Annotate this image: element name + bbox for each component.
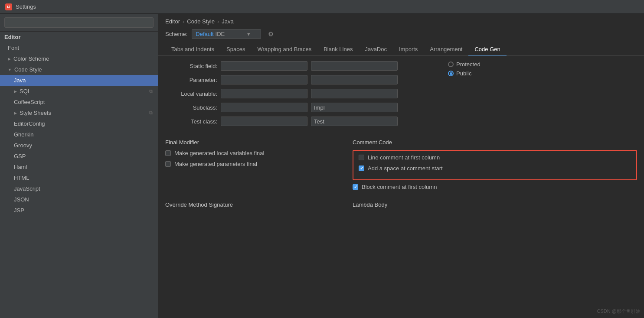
- form-row-static-field: Static field:: [165, 61, 434, 71]
- editorconfig-label: EditorConfig: [14, 120, 45, 127]
- local-variable-label: Local variable:: [165, 91, 217, 97]
- lambda-section: Lambda Body: [353, 201, 637, 212]
- tab-tabs-codegen[interactable]: Code Gen: [468, 43, 506, 56]
- radio-protected-label: Protected: [456, 61, 481, 68]
- checkbox-make-params-final[interactable]: Make generated parameters final: [165, 161, 339, 167]
- chevron-right-icon: ▶: [8, 57, 11, 61]
- final-modifier-title: Final Modifier: [165, 139, 339, 146]
- tab-tabs-arrangement[interactable]: Arrangement: [424, 43, 468, 56]
- form-row-local-variable: Local variable:: [165, 89, 434, 98]
- static-field-input2[interactable]: [311, 61, 398, 71]
- sidebar-item-json[interactable]: JSON: [0, 194, 158, 205]
- radio-public-label: Public: [456, 70, 471, 77]
- tab-tabs-javadoc[interactable]: JavaDoc: [359, 43, 393, 56]
- scheme-select-dropdown[interactable]: Default IDE ▾: [192, 29, 261, 39]
- main-container: Editor Font ▶ Color Scheme ▼ Code Style …: [0, 14, 644, 318]
- dropdown-arrow-icon: ▾: [247, 31, 250, 37]
- search-input[interactable]: [4, 17, 154, 28]
- checkbox-block-comment-first-col[interactable]: ✓ Block comment at first column: [353, 184, 637, 190]
- radio-public[interactable]: Public: [448, 70, 637, 77]
- local-variable-input1[interactable]: [221, 89, 307, 98]
- tab-tabs-indents[interactable]: Tabs and Indents: [165, 43, 220, 56]
- sidebar-item-coffeescript[interactable]: CoffeeScript: [0, 97, 158, 107]
- sidebar-item-code-style[interactable]: ▼ Code Style: [0, 64, 158, 75]
- checkbox-line-comment-first-col[interactable]: Line comment at first column: [359, 154, 631, 161]
- form-row-subclass: Subclass: Impl: [165, 103, 434, 112]
- test-class-input2[interactable]: Test: [311, 117, 398, 126]
- color-scheme-label: Color Scheme: [13, 55, 49, 62]
- tabs-bar: Tabs and Indents Spaces Wrapping and Bra…: [158, 43, 644, 56]
- checkbox-line-comment-label: Line comment at first column: [368, 154, 440, 161]
- radio-dot-public: [450, 72, 452, 75]
- scheme-label: Scheme:: [165, 31, 187, 37]
- parameter-input2[interactable]: [311, 75, 398, 84]
- sidebar-list: Editor Font ▶ Color Scheme ▼ Code Style …: [0, 32, 158, 318]
- sql-label: SQL: [20, 88, 31, 94]
- sidebar-item-sql[interactable]: ▶ SQL ⧉: [0, 86, 158, 97]
- sidebar-item-java[interactable]: Java: [0, 75, 158, 86]
- sidebar-item-editor[interactable]: Editor: [0, 32, 158, 42]
- app-icon: IJ: [5, 3, 12, 10]
- sidebar-item-editorconfig[interactable]: EditorConfig: [0, 118, 158, 129]
- scheme-value-rest: IDE: [216, 31, 225, 37]
- checkbox-make-local-final-label: Make generated local variables final: [174, 150, 264, 156]
- checkbox-box-add-space: ✓: [359, 165, 364, 171]
- visibility-radio-group: Protected Public: [448, 61, 637, 77]
- content-area: Editor › Code Style › Java Scheme: Defau…: [158, 14, 644, 318]
- subclass-input1[interactable]: [221, 103, 307, 112]
- local-variable-input2[interactable]: [311, 89, 398, 98]
- sidebar-item-haml[interactable]: Haml: [0, 162, 158, 172]
- override-method-title: Override Method Signature: [165, 201, 339, 208]
- checkbox-box-make-local-final: [165, 150, 171, 156]
- sidebar-item-gsp[interactable]: GSP: [0, 151, 158, 162]
- checkbox-add-space-comment-start[interactable]: ✓ Add a space at comment start: [359, 165, 631, 172]
- groovy-label: Groovy: [14, 142, 32, 149]
- haml-label: Haml: [14, 164, 27, 170]
- scheme-value-blue: Default: [196, 31, 213, 37]
- sidebar-item-stylesheets[interactable]: ▶ Style Sheets ⧉: [0, 107, 158, 118]
- radio-protected[interactable]: Protected: [448, 61, 637, 68]
- tab-tabs-wrapping[interactable]: Wrapping and Braces: [251, 43, 317, 56]
- radio-circle-protected: [448, 62, 454, 67]
- app-title: Settings: [16, 3, 36, 10]
- chevron-right-icon-ss: ▶: [14, 111, 17, 115]
- sidebar-item-html[interactable]: HTML: [0, 172, 158, 183]
- watermark: CSDN @那个鱼肝油: [597, 308, 641, 315]
- sidebar-item-jsp[interactable]: JSP: [0, 205, 158, 216]
- copy-icon-ss: ⧉: [149, 110, 153, 116]
- font-label: Font: [8, 45, 19, 51]
- java-label: Java: [14, 77, 26, 84]
- breadcrumb-arrow-2: ›: [217, 18, 219, 25]
- tab-tabs-spaces[interactable]: Spaces: [220, 43, 251, 56]
- gsp-label: GSP: [14, 153, 26, 159]
- sidebar-item-color-scheme[interactable]: ▶ Color Scheme: [0, 53, 158, 64]
- checkbox-make-local-final[interactable]: Make generated local variables final: [165, 150, 339, 156]
- test-class-input1[interactable]: [221, 117, 307, 126]
- tab-tabs-imports[interactable]: Imports: [393, 43, 424, 56]
- checkbox-add-space-label: Add a space at comment start: [368, 165, 443, 172]
- subclass-input2[interactable]: Impl: [311, 103, 398, 112]
- parameter-input1[interactable]: [221, 75, 307, 84]
- comment-code-highlight-box: Line comment at first column ✓ Add a spa…: [353, 150, 637, 180]
- override-method-section: Override Method Signature: [165, 201, 339, 212]
- sidebar-item-javascript[interactable]: JavaScript: [0, 183, 158, 194]
- sidebar-item-gherkin[interactable]: Gherkin: [0, 129, 158, 140]
- tab-tabs-blank[interactable]: Blank Lines: [317, 43, 359, 56]
- copy-icon-sql: ⧉: [149, 88, 153, 94]
- sidebar-item-groovy[interactable]: Groovy: [0, 140, 158, 151]
- html-label: HTML: [14, 175, 29, 181]
- checkbox-make-params-final-label: Make generated parameters final: [174, 161, 257, 167]
- gear-button[interactable]: ⚙: [265, 29, 276, 39]
- static-field-input1[interactable]: [221, 61, 307, 71]
- checkbox-box-make-params-final: [165, 161, 171, 167]
- sidebar-item-font[interactable]: Font: [0, 42, 158, 53]
- breadcrumb-arrow-1: ›: [183, 18, 184, 25]
- checkbox-box-line-comment: [359, 155, 364, 160]
- gherkin-label: Gherkin: [14, 131, 34, 138]
- search-box-container: [0, 14, 158, 32]
- override-row: Override Method Signature Lambda Body: [165, 201, 637, 212]
- jsp-label: JSP: [14, 207, 24, 214]
- checkmark-block-comment: ✓: [354, 185, 357, 189]
- comment-code-section: Comment Code Line comment at first colum…: [353, 139, 637, 195]
- coffeescript-label: CoffeeScript: [14, 99, 45, 105]
